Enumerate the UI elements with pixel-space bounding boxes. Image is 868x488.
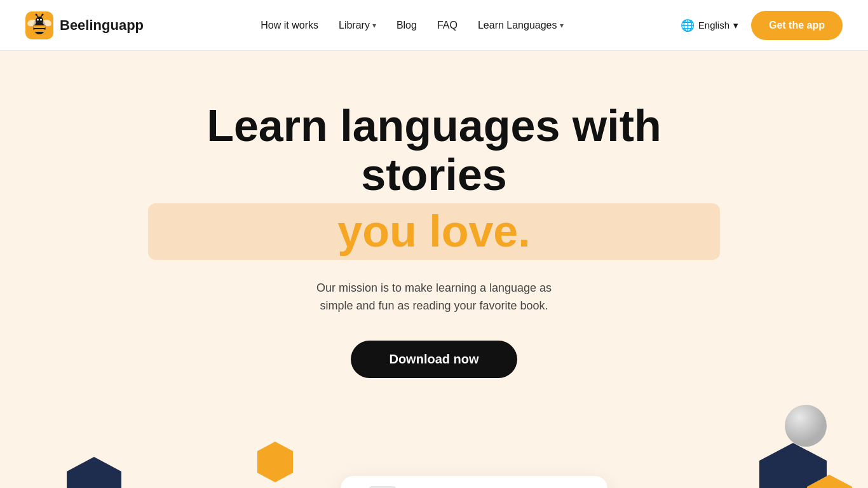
language-label: English: [698, 20, 729, 30]
language-selector[interactable]: 🌐 English ▾: [681, 18, 738, 32]
hero-title-line1: Learn languages with stories: [207, 101, 661, 200]
svg-point-8: [40, 18, 42, 20]
svg-point-11: [36, 13, 37, 15]
nav-link-learn-languages[interactable]: Learn Languages ▾: [478, 20, 564, 31]
chevron-down-icon: ▾: [560, 21, 564, 30]
hex-orange-small-icon: [256, 440, 294, 486]
book-card: ‹ Sherlock Holmes: [341, 476, 607, 488]
chevron-down-icon: ▾: [372, 21, 376, 30]
hero-title: Learn languages with stories you love.: [148, 102, 720, 260]
hero-title-highlight: you love.: [148, 203, 720, 260]
svg-marker-17: [807, 475, 852, 488]
nav-item-faq[interactable]: FAQ: [437, 20, 458, 31]
hero-subtitle: Our mission is to make learning a langua…: [301, 279, 567, 316]
nav-link-blog[interactable]: Blog: [397, 20, 417, 31]
nav-links: How it works Library ▾ Blog FAQ Learn La…: [261, 20, 563, 31]
logo-link[interactable]: Beelinguapp: [25, 11, 144, 39]
hex-navy-left-icon: [65, 456, 123, 488]
nav-right: 🌐 English ▾ Get the app: [681, 11, 843, 40]
chevron-down-icon: ▾: [733, 20, 738, 31]
svg-point-12: [42, 13, 44, 15]
navbar: Beelinguapp How it works Library ▾ Blog …: [0, 0, 868, 51]
svg-marker-14: [67, 457, 121, 488]
nav-link-faq[interactable]: FAQ: [437, 20, 458, 31]
svg-point-15: [785, 405, 827, 447]
get-app-button[interactable]: Get the app: [751, 11, 843, 40]
svg-rect-2: [33, 25, 46, 28]
globe-icon: 🌐: [681, 18, 695, 32]
nav-link-library[interactable]: Library ▾: [339, 20, 376, 31]
nav-item-how-it-works[interactable]: How it works: [261, 20, 318, 31]
hero-section: Learn languages with stories you love. O…: [0, 51, 868, 488]
bee-logo-icon: [25, 11, 53, 39]
svg-marker-13: [257, 442, 293, 482]
svg-point-6: [36, 17, 43, 24]
nav-item-library[interactable]: Library ▾: [339, 20, 376, 31]
decorative-shapes: ‹ Sherlock Holmes: [0, 391, 868, 488]
hex-orange-right-icon: [806, 473, 853, 488]
nav-item-blog[interactable]: Blog: [397, 20, 417, 31]
brand-name: Beelinguapp: [60, 17, 144, 34]
download-button[interactable]: Download now: [351, 341, 517, 378]
nav-link-how-it-works[interactable]: How it works: [261, 20, 318, 31]
svg-point-7: [37, 18, 39, 20]
nav-item-learn-languages[interactable]: Learn Languages ▾: [478, 20, 564, 31]
svg-rect-3: [34, 29, 45, 32]
